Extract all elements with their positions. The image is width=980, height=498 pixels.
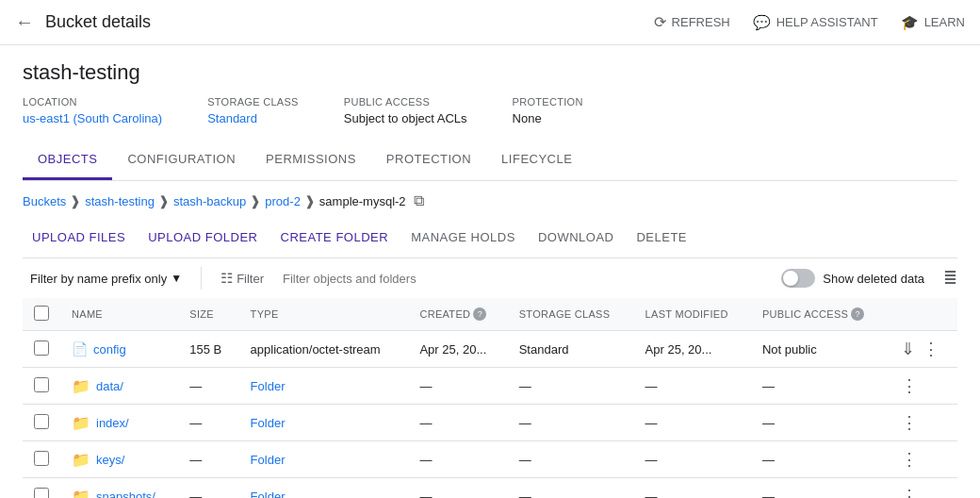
- folder-icon: 📁: [72, 377, 90, 395]
- learn-icon: 🎓: [901, 14, 919, 31]
- row-storage-class: —: [508, 368, 634, 405]
- density-icon[interactable]: ≣: [943, 268, 957, 289]
- row-name-link[interactable]: keys/: [96, 453, 124, 467]
- row-more-button[interactable]: ⋮: [923, 339, 939, 359]
- learn-button[interactable]: 🎓 LEARN: [901, 14, 965, 31]
- row-checkbox[interactable]: [34, 488, 49, 499]
- row-size: —: [178, 478, 238, 499]
- row-name-link[interactable]: index/: [96, 416, 129, 430]
- th-actions: [890, 298, 957, 331]
- row-checkbox[interactable]: [34, 340, 49, 356]
- upload-folder-button[interactable]: UPLOAD FOLDER: [139, 224, 267, 250]
- row-type: Folder: [239, 441, 409, 478]
- create-folder-button[interactable]: CREATE FOLDER: [271, 224, 399, 250]
- row-public-access: —: [751, 441, 890, 478]
- tab-protection[interactable]: PROTECTION: [371, 141, 486, 180]
- row-size: 155 B: [178, 331, 238, 368]
- row-name-link[interactable]: snapshots/: [96, 490, 155, 499]
- tab-objects[interactable]: OBJECTS: [23, 141, 112, 180]
- row-created: —: [408, 478, 507, 499]
- toggle-area: Show deleted data ≣: [781, 268, 957, 289]
- row-more-button[interactable]: ⋮: [901, 412, 918, 433]
- breadcrumb-buckets[interactable]: Buckets: [23, 194, 66, 208]
- row-created: Apr 25, 20...: [408, 331, 507, 368]
- row-name-link[interactable]: data/: [96, 379, 123, 393]
- meta-storage-class-value[interactable]: Standard: [207, 111, 257, 125]
- manage-holds-button[interactable]: MANAGE HOLDS: [401, 224, 525, 250]
- th-type: Type: [239, 298, 409, 331]
- row-more-button[interactable]: ⋮: [901, 375, 918, 396]
- row-more-button[interactable]: ⋮: [901, 486, 918, 498]
- meta-protection-value: None: [513, 111, 542, 125]
- row-type: Folder: [239, 405, 409, 441]
- folder-icon: 📁: [72, 414, 90, 432]
- row-last-modified: Apr 25, 20...: [634, 331, 751, 368]
- tab-permissions[interactable]: PERMISSIONS: [251, 141, 371, 180]
- created-help-icon[interactable]: ?: [473, 307, 486, 321]
- tab-lifecycle[interactable]: LIFECYCLE: [486, 141, 587, 180]
- delete-button[interactable]: DELETE: [627, 224, 696, 250]
- download-row-button[interactable]: ⇓: [901, 339, 915, 359]
- meta-protection: Protection None: [513, 96, 583, 125]
- row-name: 📁 keys/: [60, 441, 178, 478]
- row-last-modified: —: [634, 405, 751, 441]
- row-checkbox[interactable]: [34, 414, 49, 429]
- folder-icon: 📁: [72, 488, 90, 499]
- row-actions: ⋮: [890, 368, 957, 405]
- page-content: stash-testing Location us-east1 (South C…: [0, 45, 980, 498]
- th-select-all: [23, 298, 60, 331]
- row-name-link[interactable]: config: [93, 342, 126, 357]
- meta-location-value[interactable]: us-east1 (South Carolina): [23, 111, 162, 125]
- breadcrumb-bucket-name[interactable]: stash-testing: [85, 194, 155, 208]
- row-checkbox-cell: [23, 405, 60, 441]
- th-storage-class: Storage class: [508, 298, 634, 331]
- show-deleted-toggle[interactable]: [781, 269, 815, 288]
- row-checkbox[interactable]: [34, 377, 49, 392]
- filter-icon: ☷: [220, 270, 233, 287]
- meta-public-access: Public access Subject to object ACLs: [344, 96, 467, 125]
- row-public-access: —: [751, 368, 890, 405]
- row-public-access: —: [751, 405, 890, 441]
- th-created: Created ?: [408, 298, 507, 331]
- breadcrumb-prod-2[interactable]: prod-2: [265, 194, 301, 208]
- public-access-help-icon[interactable]: ?: [851, 307, 864, 321]
- table-row: 📁 snapshots/ — Folder — — — — ⋮: [23, 478, 957, 499]
- bucket-name: stash-testing: [23, 60, 957, 85]
- upload-files-button[interactable]: UPLOAD FILES: [23, 224, 135, 250]
- row-size: —: [178, 368, 238, 405]
- filter-button[interactable]: ☷ Filter: [213, 266, 271, 290]
- select-all-checkbox[interactable]: [34, 306, 49, 321]
- th-public-access: Public access ?: [751, 298, 890, 331]
- page-title: Bucket details: [45, 12, 151, 32]
- objects-table: Name Size Type Created ? Storage class L…: [23, 298, 957, 498]
- file-icon: 📄: [72, 341, 88, 357]
- row-name: 📁 snapshots/: [60, 478, 178, 499]
- header-actions: ⟳ REFRESH 💬 HELP ASSISTANT 🎓 LEARN: [654, 13, 965, 31]
- row-storage-class: —: [508, 441, 634, 478]
- breadcrumb-stash-backup[interactable]: stash-backup: [173, 194, 246, 208]
- row-more-button[interactable]: ⋮: [901, 449, 918, 470]
- row-checkbox-cell: [23, 441, 60, 478]
- chat-icon: 💬: [753, 14, 771, 31]
- back-button[interactable]: ←: [15, 11, 34, 33]
- chevron-down-icon: ▼: [171, 272, 182, 285]
- row-created: —: [408, 368, 507, 405]
- row-checkbox[interactable]: [34, 451, 49, 466]
- filter-input[interactable]: [283, 272, 770, 286]
- header: ← Bucket details ⟳ REFRESH 💬 HELP ASSIST…: [0, 0, 980, 45]
- row-storage-class: —: [508, 405, 634, 441]
- row-size: —: [178, 405, 238, 441]
- row-name: 📁 index/: [60, 405, 178, 441]
- refresh-button[interactable]: ⟳ REFRESH: [654, 13, 730, 31]
- row-checkbox-cell: [23, 331, 60, 368]
- download-button[interactable]: DOWNLOAD: [529, 224, 624, 250]
- filter-prefix-dropdown[interactable]: Filter by name prefix only ▼: [23, 268, 189, 290]
- row-actions: ⋮: [890, 478, 957, 499]
- meta-public-access-value: Subject to object ACLs: [344, 111, 467, 125]
- copy-icon[interactable]: ⧉: [414, 192, 424, 209]
- breadcrumb: Buckets ❱ stash-testing ❱ stash-backup ❱…: [23, 181, 957, 217]
- help-assistant-button[interactable]: 💬 HELP ASSISTANT: [753, 14, 878, 31]
- tab-configuration[interactable]: CONFIGURATION: [112, 141, 251, 180]
- toggle-knob: [783, 271, 798, 286]
- row-public-access: —: [751, 478, 890, 499]
